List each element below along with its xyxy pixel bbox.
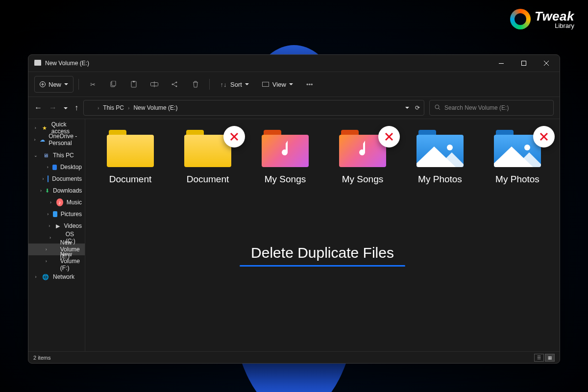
logo-brand: Tweak	[535, 9, 574, 24]
svg-rect-1	[522, 61, 526, 66]
back-button[interactable]: ←	[34, 103, 42, 112]
sidebar-item-downloads[interactable]: ›⬇Downloads	[28, 185, 85, 196]
maximize-button[interactable]	[513, 55, 535, 72]
rename-button[interactable]	[146, 76, 163, 93]
folder-contents[interactable]: DocumentDocumentMy SongsMy SongsMy Photo…	[85, 119, 560, 351]
folder-item[interactable]: My Photos	[408, 130, 472, 185]
svg-rect-0	[499, 63, 504, 64]
sidebar-item-documents[interactable]: ›Documents	[28, 173, 85, 185]
cut-button[interactable]: ✂	[84, 76, 101, 93]
sidebar-label: Downloads	[53, 187, 82, 194]
svg-rect-11	[262, 82, 269, 87]
titlebar[interactable]: New Volume (E:)	[28, 55, 560, 72]
sidebar-label: Pictures	[61, 211, 82, 218]
refresh-button[interactable]: ⟳	[415, 104, 420, 111]
desktop-icon	[52, 165, 57, 170]
forward-button[interactable]: →	[49, 103, 57, 112]
sidebar-label: Network	[53, 273, 74, 280]
download-icon: ⬇	[45, 187, 49, 195]
share-button[interactable]	[166, 76, 184, 93]
music-icon: ♪	[56, 198, 63, 206]
sidebar-label: New Volume (F:)	[60, 251, 82, 271]
logo-globe-icon	[510, 9, 531, 29]
copy-button[interactable]	[104, 76, 122, 93]
svg-line-13	[439, 108, 440, 110]
sidebar-item-volume-f[interactable]: ›New Volume (F:)	[28, 255, 85, 267]
video-icon: ▶	[55, 222, 61, 230]
svg-rect-3	[112, 81, 116, 86]
folder-name: My Photos	[418, 174, 462, 185]
close-button[interactable]	[535, 55, 558, 72]
pc-icon: 🖥	[42, 151, 49, 159]
sort-button[interactable]: ↑↓ Sort	[215, 76, 254, 93]
chevron-down-icon	[245, 83, 249, 85]
item-count: 2 items	[33, 355, 50, 361]
sidebar-label: Documents	[52, 175, 82, 182]
star-icon: ★	[41, 124, 48, 132]
folder-name: My Photos	[495, 174, 539, 185]
drive-icon	[88, 106, 94, 110]
sidebar-item-music[interactable]: ›♪Music	[28, 196, 85, 208]
sidebar-label: This PC	[53, 152, 74, 159]
sidebar-item-videos[interactable]: ›▶Videos	[28, 220, 85, 232]
folder-item[interactable]: My Photos	[485, 130, 550, 185]
toolbar: New ✂ ↑↓ Sort View •••	[28, 72, 560, 97]
folder-item[interactable]: My Songs	[253, 130, 318, 185]
sidebar-label: Videos	[64, 222, 82, 229]
folder-name: My Songs	[342, 174, 383, 185]
view-button[interactable]: View	[257, 76, 298, 93]
recent-dropdown[interactable]	[64, 107, 68, 109]
search-input[interactable]: Search New Volume (E:)	[429, 100, 554, 116]
view-label: View	[272, 81, 286, 88]
file-explorer-window: New Volume (E:) New ✂ ↑↓ Sort View •••	[28, 54, 560, 364]
drive-icon	[51, 245, 57, 253]
svg-point-9	[176, 86, 177, 87]
paste-button[interactable]	[125, 76, 143, 93]
address-bar[interactable]: › This PC › New Volume (E:) ⟳	[83, 100, 424, 116]
folder-item[interactable]: Document	[175, 130, 240, 185]
sidebar-item-network[interactable]: ›🌐Network	[28, 271, 85, 283]
delete-badge	[533, 126, 555, 147]
copy-icon	[109, 80, 117, 88]
up-button[interactable]: ↑	[74, 103, 78, 112]
sidebar-item-onedrive[interactable]: ›☁ OneDrive - Personal	[28, 134, 85, 146]
new-button[interactable]: New	[34, 76, 74, 93]
sidebar-item-desktop[interactable]: ›Desktop	[28, 161, 85, 173]
more-button[interactable]: •••	[301, 76, 318, 93]
music-folder-icon	[262, 130, 309, 167]
document-icon	[48, 175, 49, 182]
sidebar-item-thispc[interactable]: ⌄🖥 This PC	[28, 149, 85, 161]
breadcrumb-current[interactable]: New Volume (E:)	[133, 104, 177, 111]
folder-item[interactable]: Document	[98, 130, 163, 185]
delete-button[interactable]	[187, 76, 204, 93]
svg-point-8	[176, 82, 177, 83]
drive-icon	[34, 61, 41, 66]
drive-icon	[51, 257, 57, 265]
sidebar-label: Music	[67, 199, 82, 206]
tweak-library-logo: Tweak Library	[510, 9, 574, 29]
details-view-button[interactable]: ☰	[534, 354, 544, 362]
address-row: ← → ↑ › This PC › New Volume (E:) ⟳ Sear…	[28, 97, 560, 119]
svg-point-12	[435, 105, 439, 109]
cut-icon: ✂	[89, 80, 97, 88]
share-icon	[171, 80, 179, 88]
breadcrumb-thispc[interactable]: This PC	[103, 104, 124, 111]
paste-icon	[130, 80, 138, 88]
headline-underline	[240, 265, 405, 267]
sort-label: Sort	[230, 81, 242, 88]
sidebar-item-quick-access[interactable]: ›★ Quick access	[28, 122, 85, 134]
sidebar-item-pictures[interactable]: ›Pictures	[28, 208, 85, 220]
sidebar-label: OneDrive - Personal	[49, 133, 82, 147]
chevron-down-icon	[289, 83, 293, 85]
address-history-dropdown[interactable]	[405, 107, 409, 109]
folder-item[interactable]: My Songs	[330, 130, 395, 185]
minimize-button[interactable]	[490, 55, 513, 72]
photos-folder-icon	[416, 130, 464, 167]
ellipsis-icon: •••	[306, 80, 314, 88]
search-placeholder: Search New Volume (E:)	[444, 104, 509, 111]
new-label: New	[49, 81, 61, 88]
cloud-icon: ☁	[40, 136, 45, 144]
icons-view-button[interactable]: ▦	[545, 354, 555, 362]
delete-badge	[378, 126, 400, 147]
headline-text: Delete Duplicate Files	[251, 245, 394, 261]
